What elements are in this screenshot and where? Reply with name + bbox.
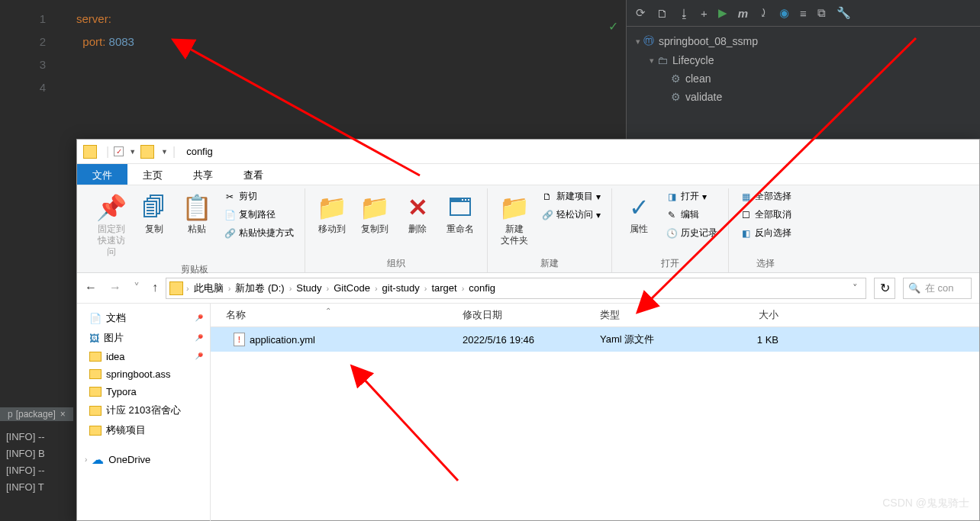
pin-icon: 📍 bbox=[191, 310, 205, 325]
newfolder-button[interactable]: 📁 新建文件夹 bbox=[495, 188, 534, 249]
up-button[interactable]: ↑ bbox=[152, 281, 158, 295]
folder-gear-icon: 🗀 bbox=[657, 54, 668, 66]
open-icon: ◨ bbox=[666, 191, 678, 202]
sidebar-typora[interactable]: Typora bbox=[77, 383, 210, 400]
column-date[interactable]: 修改日期 bbox=[463, 308, 600, 322]
properties-button[interactable]: ✓ 属性 bbox=[620, 188, 658, 238]
plus-icon[interactable]: + bbox=[701, 7, 708, 20]
terminal-tab[interactable]: p[package] bbox=[0, 407, 73, 421]
quickaccess-check[interactable]: ✓ bbox=[114, 146, 124, 156]
rename-button[interactable]: 🗔 重命名 bbox=[441, 188, 479, 238]
check-icon: ✓ bbox=[608, 19, 618, 34]
pin-icon: 📌 bbox=[96, 191, 127, 224]
chevron-down-icon[interactable]: ▼ bbox=[161, 148, 168, 156]
cut-button[interactable]: ✂剪切 bbox=[221, 188, 297, 204]
breadcrumb-item[interactable]: Study bbox=[292, 282, 326, 294]
breadcrumb-item[interactable]: target bbox=[427, 282, 461, 294]
skip-icon[interactable]: ⤸ bbox=[759, 6, 769, 20]
deselect-icon: ☐ bbox=[740, 210, 752, 220]
paste-button[interactable]: 📋 粘贴 bbox=[178, 188, 216, 238]
deselectall-button[interactable]: ☐全部取消 bbox=[737, 207, 795, 223]
maven-goal-clean[interactable]: ⚙ clean bbox=[627, 69, 980, 88]
sidebar-idea[interactable]: idea📍 bbox=[77, 348, 210, 365]
delete-button[interactable]: ✕ 删除 bbox=[398, 188, 437, 238]
tab-view[interactable]: 查看 bbox=[228, 164, 279, 185]
code-editor[interactable]: 1 2 3 4 server: port: 8083 ✓ bbox=[0, 0, 626, 145]
paste-icon: 📋 bbox=[182, 191, 212, 224]
breadcrumb-item[interactable]: 新加卷 (D:) bbox=[230, 281, 289, 295]
sidebar-onedrive[interactable]: ›☁OneDrive bbox=[77, 449, 210, 470]
pin-icon: 📍 bbox=[191, 330, 205, 345]
breadcrumb-item[interactable]: git-study bbox=[378, 282, 424, 294]
breadcrumb-item[interactable]: config bbox=[464, 282, 500, 294]
column-size[interactable]: 大小 bbox=[714, 308, 791, 322]
breadcrumb-item[interactable]: GitCode bbox=[329, 282, 375, 294]
forward-button[interactable]: → bbox=[109, 281, 121, 295]
copypath-button[interactable]: 📄复制路径 bbox=[221, 207, 297, 223]
navigation-pane: 📄文档📍 🖼图片📍 idea📍 springboot.ass Typora 计应… bbox=[77, 304, 211, 521]
generate-icon[interactable]: 🗋 bbox=[656, 7, 668, 20]
pasteshortcut-button[interactable]: 🔗粘贴快捷方式 bbox=[221, 225, 297, 241]
moveto-button[interactable]: 📁 移动到 bbox=[313, 188, 351, 238]
column-name[interactable]: 名称⌃ bbox=[211, 308, 463, 322]
column-type[interactable]: 类型 bbox=[600, 308, 714, 322]
sidebar-documents[interactable]: 📄文档📍 bbox=[77, 308, 210, 328]
window-title: config bbox=[186, 146, 213, 157]
refresh-button[interactable]: ↻ bbox=[874, 278, 895, 299]
collapse-icon[interactable]: ≡ bbox=[800, 7, 807, 20]
cut-icon: ✂ bbox=[224, 191, 236, 202]
breadcrumb[interactable]: › 此电脑› 新加卷 (D:)› Study› GitCode› git-stu… bbox=[166, 278, 866, 299]
pin-button[interactable]: 📌 固定到快速访问 bbox=[92, 188, 131, 261]
settings-icon[interactable]: 🔧 bbox=[837, 6, 851, 20]
sidebar-project[interactable]: 栲镜项目 bbox=[77, 420, 210, 440]
titlebar: | ✓ ▼ ▼ | config bbox=[77, 140, 979, 164]
search-input[interactable]: 🔍 在 con bbox=[903, 278, 972, 299]
back-button[interactable]: ← bbox=[85, 281, 97, 295]
folder-icon bbox=[89, 387, 102, 397]
copy-icon: 🗐 bbox=[142, 191, 166, 224]
watermark: CSDN @鬼鬼骑士 bbox=[882, 497, 969, 510]
sidebar-room[interactable]: 计应 2103宿舍心 bbox=[77, 400, 210, 420]
sidebar-pictures[interactable]: 🖼图片📍 bbox=[77, 328, 210, 348]
refresh-icon[interactable]: ⟳ bbox=[636, 6, 646, 20]
edit-button[interactable]: ✎编辑 bbox=[662, 207, 720, 223]
history-button[interactable]: 🕓历史记录 bbox=[662, 225, 720, 241]
download-icon[interactable]: ⭳ bbox=[679, 7, 690, 20]
folder-icon bbox=[89, 426, 102, 436]
tab-file[interactable]: 文件 bbox=[77, 164, 127, 185]
sort-indicator: ⌃ bbox=[325, 307, 331, 315]
easyaccess-button[interactable]: 🔗轻松访问 ▾ bbox=[538, 207, 604, 223]
offline-icon[interactable]: ◉ bbox=[779, 6, 789, 20]
delete-icon: ✕ bbox=[408, 191, 428, 224]
tab-share[interactable]: 共享 bbox=[178, 164, 228, 185]
editor-text[interactable]: server: port: 8083 bbox=[0, 0, 626, 53]
selectall-icon: ▦ bbox=[740, 191, 752, 202]
play-icon[interactable]: ▶ bbox=[718, 6, 727, 20]
chevron-down-icon: ▾ bbox=[650, 56, 654, 66]
line-numbers: 1 2 3 4 bbox=[0, 8, 61, 99]
shortcut-icon: 🔗 bbox=[224, 228, 236, 239]
maven-goal-validate[interactable]: ⚙ validate bbox=[627, 88, 980, 106]
maven-lifecycle-node[interactable]: ▾ 🗀 Lifecycle bbox=[627, 51, 980, 69]
terminal-line: [INFO] -- bbox=[0, 429, 76, 445]
file-row[interactable]: !application.yml 2022/5/16 19:46 Yaml 源文… bbox=[211, 327, 979, 352]
maven-panel: ⟳ 🗋 ⭳ + ▶ m ⤸ ◉ ≡ ⧉ 🔧 ▾ ⓜ springboot_08_… bbox=[626, 0, 980, 145]
maven-project-node[interactable]: ▾ ⓜ springboot_08_ssmp bbox=[627, 31, 980, 51]
expand-icon[interactable]: ⧉ bbox=[817, 6, 826, 20]
copyto-button[interactable]: 📁 复制到 bbox=[356, 188, 394, 238]
recent-button[interactable]: ˅ bbox=[134, 281, 140, 295]
copy-button[interactable]: 🗐 复制 bbox=[135, 188, 173, 238]
chevron-down-icon[interactable]: ˅ bbox=[848, 282, 862, 294]
sidebar-springboot[interactable]: springboot.ass bbox=[77, 365, 210, 383]
newitem-button[interactable]: 🗋新建项目 ▾ bbox=[538, 188, 604, 204]
tab-home[interactable]: 主页 bbox=[127, 164, 178, 185]
maven-module-icon: ⓜ bbox=[643, 34, 654, 48]
maven-m-icon[interactable]: m bbox=[738, 7, 748, 20]
chevron-down-icon[interactable]: ▼ bbox=[129, 148, 136, 156]
file-explorer-window: | ✓ ▼ ▼ | config 文件 主页 共享 查看 📌 固定到快速访问 🗐… bbox=[76, 139, 980, 521]
breadcrumb-item[interactable]: 此电脑 bbox=[189, 281, 228, 295]
chevron-down-icon: ▾ bbox=[636, 37, 640, 47]
open-button[interactable]: ◨打开 ▾ bbox=[662, 188, 720, 204]
selectall-button[interactable]: ▦全部选择 bbox=[737, 188, 795, 204]
invertsel-button[interactable]: ◧反向选择 bbox=[737, 225, 795, 241]
